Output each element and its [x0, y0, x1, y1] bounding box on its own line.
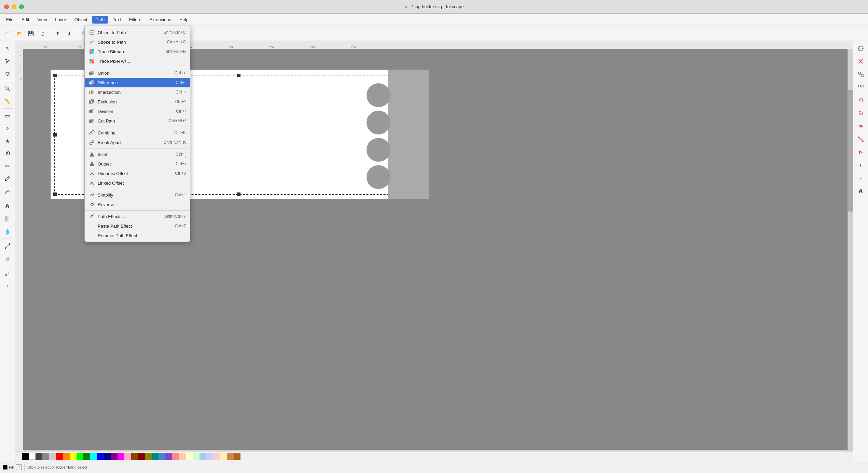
menu-linked-offset[interactable]: Linked Offset [85, 178, 190, 188]
color-indigo[interactable] [159, 453, 165, 460]
rt-btn-5[interactable] [855, 94, 867, 106]
menu-break-apart[interactable]: Break Apart Shift+Ctrl+K [85, 138, 190, 147]
maximize-button[interactable] [19, 4, 24, 9]
menu-inset[interactable]: Inset Ctrl+( [85, 149, 190, 159]
export-button[interactable]: ⬇ [64, 28, 75, 39]
color-gray[interactable] [42, 453, 49, 460]
color-lavender[interactable] [206, 453, 213, 460]
spiral-tool[interactable] [1, 147, 14, 160]
menu-edit[interactable]: Edit [18, 16, 32, 24]
zoom-out-tool[interactable]: ↕ [1, 280, 14, 292]
rt-btn-2[interactable] [855, 55, 867, 68]
pen-tool[interactable]: 🖊 [1, 173, 14, 185]
vscroll-thumb[interactable] [848, 90, 853, 212]
menu-cut-path[interactable]: Cut Path Ctrl+Alt+/ [85, 116, 190, 126]
menu-division[interactable]: Division Ctrl+/ [85, 106, 190, 116]
menu-union[interactable]: Union Ctrl++ [85, 68, 190, 78]
handle-ml[interactable] [53, 133, 57, 137]
color-lightgray[interactable] [49, 453, 56, 460]
color-mint[interactable] [193, 453, 199, 460]
color-darkred[interactable] [138, 453, 145, 460]
color-violet[interactable] [165, 453, 172, 460]
color-black[interactable] [22, 453, 29, 460]
color-orange[interactable] [63, 453, 70, 460]
color-green[interactable] [83, 453, 90, 460]
menu-trace-pixel-art[interactable]: Trace Pixel Art... [85, 56, 190, 66]
menu-simplify[interactable]: Simplify Ctrl+L [85, 190, 190, 200]
menu-stroke-to-path[interactable]: Stroke to Path Ctrl+Alt+C [85, 37, 190, 47]
save-button[interactable]: 💾 [25, 28, 36, 39]
rt-btn-3[interactable] [855, 68, 867, 81]
menu-view[interactable]: View [34, 16, 50, 24]
handle-tc[interactable] [237, 74, 240, 77]
rt-btn-9[interactable] [855, 146, 867, 158]
ellipse-tool[interactable]: ○ [1, 122, 14, 134]
color-yellow[interactable] [70, 453, 77, 460]
close-button[interactable] [4, 4, 9, 9]
color-salmon[interactable] [172, 453, 179, 460]
color-blue[interactable] [97, 453, 104, 460]
menu-paste-path-effect[interactable]: Paste Path Effect Ctrl+7 [85, 221, 190, 231]
rect-tool[interactable]: ▭ [1, 110, 14, 122]
zoom-tool[interactable]: 🔍 [1, 82, 14, 95]
open-button[interactable]: 📂 [14, 28, 25, 39]
spray-tool[interactable] [1, 267, 14, 280]
rt-btn-10[interactable]: + [855, 159, 867, 171]
color-rose[interactable] [213, 453, 220, 460]
text-tool[interactable]: A [1, 200, 14, 212]
menu-object[interactable]: Object [71, 16, 91, 24]
menu-exclusion[interactable]: Exclusion Ctrl+^ [85, 97, 190, 106]
new-button[interactable]: 📄 [2, 28, 13, 39]
color-white[interactable] [29, 453, 36, 460]
menu-trace-bitmap[interactable]: Trace Bitmap... Shift+Alt+B [85, 47, 190, 56]
rt-btn-11[interactable]: - [855, 172, 867, 184]
node-tool[interactable] [1, 55, 14, 67]
menu-reverse[interactable]: Reverse [85, 200, 190, 209]
color-brown[interactable] [131, 453, 138, 460]
rt-btn-8[interactable] [855, 133, 867, 145]
menu-object-to-path[interactable]: Object to Path Shift+Ctrl+C [85, 28, 190, 37]
snap-toggle[interactable] [855, 42, 867, 55]
color-tan[interactable] [227, 453, 234, 460]
pencil-tool[interactable]: ✏ [1, 160, 14, 172]
menu-help[interactable]: Help [176, 16, 192, 24]
handle-tl[interactable] [53, 74, 57, 77]
menu-extensions[interactable]: Extensions [146, 16, 175, 24]
color-cyan[interactable] [90, 453, 97, 460]
handle-bc[interactable] [237, 192, 240, 196]
menu-combine[interactable]: Combine Ctrl+K [85, 128, 190, 138]
rt-btn-6[interactable] [855, 107, 867, 119]
color-magenta[interactable] [118, 453, 124, 460]
minimize-button[interactable] [12, 4, 16, 9]
rt-btn-7[interactable] [855, 120, 867, 132]
menu-filters[interactable]: Filters [126, 16, 144, 24]
print-button[interactable]: 🖨 [37, 28, 48, 39]
color-sienna[interactable] [234, 453, 240, 460]
menu-outset[interactable]: Outset Ctrl+) [85, 159, 190, 169]
star-tool[interactable]: ★ [1, 135, 14, 147]
dropper-tool[interactable]: 💧 [1, 225, 14, 238]
menu-path-effects[interactable]: Path Effects ... Shift+Ctrl+7 [85, 212, 190, 221]
menu-intersection[interactable]: Intersection Ctrl+* [85, 87, 190, 97]
menu-dynamic-offset[interactable]: Dynamic Offset Ctrl+J [85, 169, 190, 178]
menu-remove-path-effect[interactable]: Remove Path Effect [85, 231, 190, 240]
import-button[interactable]: ⬆ [52, 28, 63, 39]
scrollbar-vertical[interactable] [848, 49, 853, 455]
color-navy[interactable] [104, 453, 111, 460]
rt-btn-4[interactable] [855, 81, 867, 94]
handle-bl[interactable] [53, 192, 57, 196]
menu-difference[interactable]: Difference Ctrl+- [85, 78, 190, 87]
color-pink[interactable] [124, 453, 131, 460]
eraser-tool[interactable] [1, 253, 14, 265]
color-beige[interactable] [220, 453, 227, 460]
menu-file[interactable]: File [3, 16, 17, 24]
color-darkgray[interactable] [36, 453, 42, 460]
tweak-tool[interactable] [1, 68, 14, 80]
gradient-tool[interactable] [1, 213, 14, 225]
calligraphy-tool[interactable] [1, 185, 14, 198]
color-lemon[interactable] [186, 453, 193, 460]
rt-btn-12[interactable]: A [855, 185, 867, 197]
connector-tool[interactable] [1, 240, 14, 252]
fill-color-swatch[interactable] [3, 465, 8, 470]
select-tool[interactable]: ↖ [1, 42, 14, 55]
